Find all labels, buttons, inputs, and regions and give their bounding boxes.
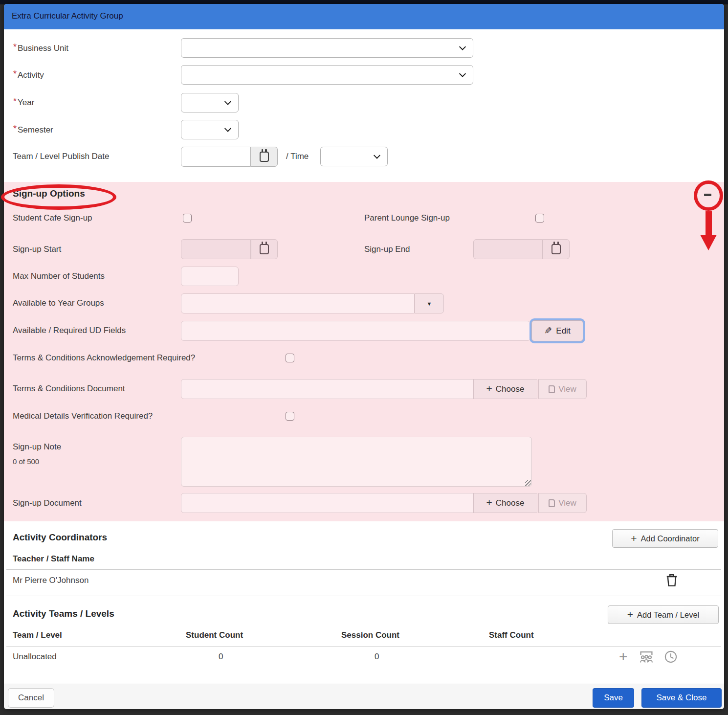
signup-note-counter: 0 of 500 — [13, 457, 39, 466]
team-row-name: Unallocated — [13, 652, 57, 662]
plus-icon: + — [486, 383, 492, 394]
teams-heading: Activity Teams / Levels — [13, 608, 114, 619]
calendar-icon — [260, 244, 269, 254]
plus-icon: + — [631, 533, 637, 543]
signup-start-input[interactable] — [181, 239, 251, 259]
medical-verification-label: Medical Details Verification Required? — [13, 410, 153, 422]
group-icon — [638, 650, 655, 664]
tc-document-input[interactable] — [181, 379, 473, 399]
pencil-icon: ✎ — [544, 326, 552, 335]
calendar-icon — [552, 244, 561, 254]
caret-down-icon: ▼ — [427, 301, 432, 307]
publish-date-input[interactable] — [181, 147, 251, 167]
collapse-section-button[interactable] — [702, 190, 714, 200]
chevron-down-icon — [224, 98, 231, 105]
publish-date-calendar-button[interactable] — [251, 147, 278, 167]
publish-date-label: Team / Level Publish Date — [13, 151, 110, 162]
clock-icon — [664, 650, 677, 663]
dialog-title: Extra Curricular Activity Group — [12, 11, 123, 21]
time-separator-label: / Time — [286, 151, 309, 162]
manage-students-button[interactable] — [638, 650, 655, 664]
tc-document-view-button[interactable]: View — [538, 379, 587, 399]
max-students-input[interactable] — [181, 267, 239, 286]
chevron-down-icon — [459, 70, 466, 77]
column-header-staff-count: Staff Count — [489, 630, 534, 640]
signup-start-label: Sign-up Start — [13, 244, 61, 255]
edit-button-label: Edit — [556, 326, 570, 336]
coordinator-row: Mr Pierre O'Johnson — [13, 576, 88, 585]
activity-select[interactable] — [181, 65, 473, 85]
document-icon — [549, 499, 555, 507]
signup-document-input[interactable] — [181, 493, 473, 513]
add-team-level-button[interactable]: + Add Team / Level — [608, 605, 719, 624]
add-student-button[interactable]: + — [619, 649, 628, 664]
publish-time-select[interactable] — [320, 147, 388, 166]
sessions-schedule-button[interactable] — [664, 650, 678, 664]
signup-note-textarea[interactable] — [181, 437, 532, 487]
chevron-down-icon — [224, 125, 231, 132]
column-header-session-count: Session Count — [341, 630, 399, 640]
document-icon — [549, 385, 555, 393]
business-unit-select[interactable] — [181, 38, 473, 58]
chevron-down-icon — [374, 152, 380, 159]
required-marker-icon: * — [13, 42, 17, 52]
coordinators-column-header: Teacher / Staff Name — [13, 554, 94, 564]
student-cafe-label: Student Cafe Sign-up — [13, 212, 92, 224]
signup-end-group — [473, 239, 570, 259]
semester-label: *Semester — [13, 124, 53, 136]
signup-end-calendar-button[interactable] — [543, 239, 570, 259]
tc-document-choose-button[interactable]: + Choose — [473, 379, 537, 399]
year-groups-dropdown-button[interactable]: ▼ — [415, 293, 444, 313]
team-row-student-count: 0 — [219, 652, 223, 662]
parent-lounge-checkbox[interactable] — [535, 214, 544, 223]
signup-options-heading: Sign-up Options — [13, 188, 85, 199]
extra-curricular-activity-group-dialog: Extra Curricular Activity Group *Busines… — [4, 4, 724, 709]
cancel-button[interactable]: Cancel — [8, 688, 54, 708]
year-select[interactable] — [181, 93, 239, 112]
signup-document-choose-button[interactable]: + Choose — [473, 493, 537, 513]
year-groups-label: Available to Year Groups — [13, 297, 104, 309]
publish-date-group — [181, 147, 278, 167]
signup-document-label: Sign-up Document — [13, 497, 82, 509]
signup-note-label: Sign-up Note — [13, 441, 61, 453]
ud-fields-input[interactable] — [181, 321, 530, 341]
delete-coordinator-button[interactable] — [665, 573, 679, 588]
trash-icon — [666, 573, 678, 587]
activity-label: *Activity — [13, 69, 44, 81]
signup-start-group — [181, 239, 278, 259]
tc-acknowledgement-checkbox[interactable] — [286, 354, 294, 362]
year-groups-input[interactable] — [181, 293, 415, 313]
required-marker-icon: * — [13, 124, 17, 134]
required-marker-icon: * — [13, 69, 17, 79]
medical-verification-checkbox[interactable] — [286, 412, 294, 421]
dialog-header: Extra Curricular Activity Group — [4, 4, 724, 29]
save-and-close-button[interactable]: Save & Close — [641, 688, 722, 708]
plus-icon: + — [627, 609, 633, 620]
plus-icon: + — [486, 497, 492, 508]
student-cafe-checkbox[interactable] — [183, 214, 192, 223]
business-unit-label: *Business Unit — [13, 42, 68, 54]
parent-lounge-label: Parent Lounge Sign-up — [364, 212, 450, 224]
minus-icon — [704, 194, 711, 196]
chevron-down-icon — [459, 44, 466, 50]
signup-end-input[interactable] — [473, 239, 543, 259]
signup-end-label: Sign-up End — [364, 244, 410, 255]
max-students-label: Max Number of Students — [13, 270, 105, 282]
tc-document-label: Terms & Conditions Document — [13, 383, 125, 395]
add-coordinator-button[interactable]: + Add Coordinator — [612, 529, 718, 548]
required-marker-icon: * — [13, 96, 17, 106]
column-header-team-level: Team / Level — [13, 630, 62, 640]
divider — [6, 569, 721, 570]
ud-fields-label: Available / Required UD Fields — [13, 325, 126, 336]
tc-acknowledgement-label: Terms & Conditions Acknowledgement Requi… — [13, 352, 195, 364]
coordinators-heading: Activity Coordinators — [13, 532, 107, 543]
team-row-session-count: 0 — [375, 652, 379, 662]
semester-select[interactable] — [181, 120, 239, 139]
signup-document-view-button[interactable]: View — [538, 493, 587, 513]
divider — [6, 596, 721, 596]
signup-start-calendar-button[interactable] — [251, 239, 278, 259]
calendar-icon — [260, 152, 269, 162]
save-button[interactable]: Save — [593, 688, 634, 708]
edit-ud-fields-button[interactable]: ✎ Edit — [531, 320, 583, 341]
column-header-student-count: Student Count — [186, 630, 243, 640]
